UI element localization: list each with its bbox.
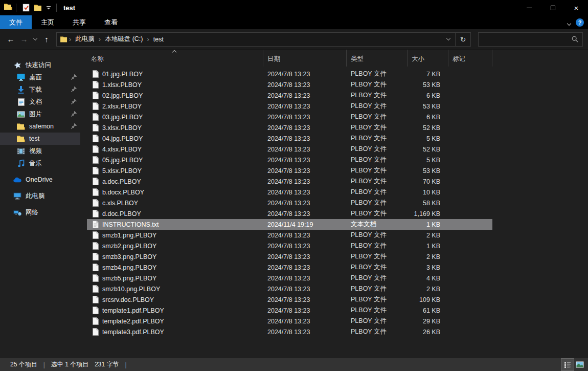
sidebar-item-label: 此电脑 bbox=[26, 192, 45, 201]
file-row-05.jpg.PLBOY[interactable]: 05.jpg.PLBOY2024/7/8 13:23PLBOY 文件5 KB bbox=[87, 155, 492, 165]
file-row-smzb10.png.PLBOY[interactable]: smzb10.png.PLBOY2024/7/8 13:23PLBOY 文件2 … bbox=[87, 283, 492, 294]
file-size: 53 KB bbox=[408, 81, 448, 89]
file-row-smzb2.png.PLBOY[interactable]: smzb2.png.PLBOY2024/7/8 13:23PLBOY 文件1 K… bbox=[87, 241, 492, 251]
file-type: PLBOY 文件 bbox=[347, 328, 408, 336]
file-row-smzb4.png.PLBOY[interactable]: smzb4.png.PLBOY2024/7/8 13:23PLBOY 文件3 K… bbox=[87, 262, 492, 273]
file-size: 70 KB bbox=[408, 178, 448, 185]
sidebar-item-快速访问[interactable]: 快速访问 bbox=[0, 59, 80, 71]
file-date: 2024/7/8 13:23 bbox=[263, 157, 347, 164]
maximize-button[interactable] bbox=[541, 0, 564, 15]
file-row-a.doc.PLBOY[interactable]: a.doc.PLBOY2024/7/8 13:23PLBOY 文件70 KB bbox=[87, 176, 492, 187]
pin-icon bbox=[71, 98, 77, 106]
file-row-1.xlsx.PLBOY[interactable]: 1.xlsx.PLBOY2024/7/8 13:23PLBOY 文件53 KB bbox=[87, 79, 492, 90]
ribbon-tab-文件[interactable]: 文件 bbox=[0, 15, 32, 29]
sidebar-item-test[interactable]: test bbox=[0, 133, 80, 145]
sidebar-item-下载[interactable]: 下载 bbox=[0, 83, 80, 96]
file-icon bbox=[93, 188, 99, 196]
file-row-INSTRUCTIONS.txt[interactable]: INSTRUCTIONS.txt2024/11/4 19:19文本文档1 KB bbox=[87, 219, 492, 230]
sidebar-item-网络[interactable]: 网络 bbox=[0, 206, 80, 219]
file-row-4.xlsx.PLBOY[interactable]: 4.xlsx.PLBOY2024/7/8 13:23PLBOY 文件52 KB bbox=[87, 144, 492, 155]
refresh-button[interactable]: ↻ bbox=[455, 33, 470, 46]
sidebar-item-OneDrive[interactable]: OneDrive bbox=[0, 173, 80, 186]
file-row-smzb1.png.PLBOY[interactable]: smzb1.png.PLBOY2024/7/8 13:23PLBOY 文件2 K… bbox=[87, 230, 492, 241]
details-view-button[interactable] bbox=[561, 359, 574, 370]
file-row-template1.pdf.PLBOY[interactable]: template1.pdf.PLBOY2024/7/8 13:23PLBOY 文… bbox=[87, 305, 492, 316]
forward-button[interactable]: → bbox=[17, 33, 31, 46]
sidebar-item-音乐[interactable]: 音乐 bbox=[0, 157, 80, 169]
breadcrumb-item[interactable]: test bbox=[150, 36, 167, 43]
file-row-02.jpg.PLBOY[interactable]: 02.jpg.PLBOY2024/7/8 13:23PLBOY 文件6 KB bbox=[87, 90, 492, 101]
search-icon[interactable] bbox=[572, 36, 578, 42]
address-dropdown-chevron-icon[interactable] bbox=[442, 33, 455, 46]
sidebar-item-桌面[interactable]: 桌面 bbox=[0, 71, 80, 83]
titlebar-separator bbox=[16, 4, 16, 12]
ribbon-tab-共享[interactable]: 共享 bbox=[63, 15, 95, 29]
file-icon bbox=[93, 92, 99, 99]
file-row-3.xlsx.PLBOY[interactable]: 3.xlsx.PLBOY2024/7/8 13:23PLBOY 文件52 KB bbox=[87, 122, 492, 133]
file-row-smzb3.png.PLBOY[interactable]: smzb3.png.PLBOY2024/7/8 13:23PLBOY 文件2 K… bbox=[87, 251, 492, 262]
large-icons-view-button[interactable] bbox=[574, 359, 586, 370]
file-row-5.xlsx.PLBOY[interactable]: 5.xlsx.PLBOY2024/7/8 13:23PLBOY 文件53 KB bbox=[87, 165, 492, 176]
file-row-template3.pdf.PLBOY[interactable]: template3.pdf.PLBOY2024/7/8 13:23PLBOY 文… bbox=[87, 326, 492, 337]
search-input[interactable] bbox=[479, 36, 572, 43]
file-row-04.jpg.PLBOY[interactable]: 04.jpg.PLBOY2024/7/8 13:23PLBOY 文件5 KB bbox=[87, 133, 492, 144]
sidebar-item-图片[interactable]: 图片 bbox=[0, 108, 80, 120]
column-header-日期[interactable]: 日期 bbox=[263, 50, 347, 67]
back-button[interactable]: ← bbox=[4, 33, 17, 46]
file-type: PLBOY 文件 bbox=[347, 274, 408, 282]
column-header-大小[interactable]: 大小 bbox=[408, 50, 448, 67]
file-row-c.xls.PLBOY[interactable]: c.xls.PLBOY2024/7/8 13:23PLBOY 文件58 KB bbox=[87, 198, 492, 208]
column-header-label: 类型 bbox=[351, 55, 364, 63]
sidebar-item-视频[interactable]: 视频 bbox=[0, 145, 80, 157]
close-button[interactable]: × bbox=[564, 0, 588, 15]
sidebar-item-label: 视频 bbox=[29, 147, 42, 156]
star-icon bbox=[13, 61, 21, 69]
customize-chevron-icon[interactable] bbox=[44, 2, 53, 14]
ribbon-tab-查看[interactable]: 查看 bbox=[95, 15, 127, 29]
expand-ribbon-chevron-icon[interactable] bbox=[568, 18, 571, 27]
file-row-01.jpg.PLBOY[interactable]: 01.jpg.PLBOY2024/7/8 13:23PLBOY 文件7 KB bbox=[87, 69, 492, 79]
ribbon-tab-主页[interactable]: 主页 bbox=[32, 15, 63, 29]
file-date: 2024/7/8 13:23 bbox=[263, 286, 347, 293]
file-row-b.docx.PLBOY[interactable]: b.docx.PLBOY2024/7/8 13:23PLBOY 文件10 KB bbox=[87, 187, 492, 198]
up-button[interactable]: ↑ bbox=[40, 33, 53, 46]
file-row-d.doc.PLBOY[interactable]: d.doc.PLBOY2024/7/8 13:23PLBOY 文件1,169 K… bbox=[87, 208, 492, 219]
column-header-类型[interactable]: 类型 bbox=[347, 50, 408, 67]
sidebar-item-此电脑[interactable]: 此电脑 bbox=[0, 190, 80, 202]
address-bar[interactable]: ›此电脑›本地磁盘 (C:)›test ↻ bbox=[56, 32, 471, 47]
column-header-标记[interactable]: 标记 bbox=[448, 50, 492, 67]
column-header-label: 日期 bbox=[267, 55, 280, 63]
breadcrumb-item[interactable]: 本地磁盘 (C:) bbox=[102, 35, 146, 43]
status-divider: | bbox=[125, 361, 127, 368]
minimize-icon bbox=[527, 8, 532, 8]
file-date: 2024/7/8 13:23 bbox=[263, 114, 347, 121]
help-button[interactable]: ? bbox=[576, 18, 584, 27]
thispc-icon bbox=[13, 192, 21, 200]
file-row-template2.pdf.PLBOY[interactable]: template2.pdf.PLBOY2024/7/8 13:23PLBOY 文… bbox=[87, 316, 492, 326]
file-icon bbox=[93, 145, 99, 153]
folder-icon bbox=[17, 122, 25, 130]
file-row-smzb5.png.PLBOY[interactable]: smzb5.png.PLBOY2024/7/8 13:23PLBOY 文件4 K… bbox=[87, 273, 492, 283]
file-row-2.xlsx.PLBOY[interactable]: 2.xlsx.PLBOY2024/7/8 13:23PLBOY 文件53 KB bbox=[87, 101, 492, 112]
file-icon bbox=[93, 113, 99, 121]
file-list-pane: 名称日期类型大小标记 01.jpg.PLBOY2024/7/8 13:23PLB… bbox=[80, 50, 588, 358]
properties-check-icon[interactable] bbox=[20, 2, 32, 14]
minimize-button[interactable] bbox=[517, 0, 541, 15]
breadcrumb-item[interactable]: 此电脑 bbox=[72, 35, 98, 43]
file-type: PLBOY 文件 bbox=[347, 199, 408, 207]
file-name: template2.pdf.PLBOY bbox=[102, 318, 164, 325]
titlebar-separator bbox=[56, 4, 57, 12]
selection-size: 231 字节 bbox=[95, 360, 119, 369]
file-size: 6 KB bbox=[408, 114, 448, 121]
file-size: 4 KB bbox=[408, 275, 448, 282]
file-row-03.jpg.PLBOY[interactable]: 03.jpg.PLBOY2024/7/8 13:23PLBOY 文件6 KB bbox=[87, 112, 492, 122]
new-folder-icon[interactable] bbox=[32, 2, 44, 14]
file-row-srcsrv.doc.PLBOY[interactable]: srcsrv.doc.PLBOY2024/7/8 13:23PLBOY 文件10… bbox=[87, 294, 492, 305]
sidebar-item-safemon[interactable]: safemon bbox=[0, 120, 80, 133]
file-icon bbox=[93, 253, 99, 260]
recent-locations-chevron-icon[interactable] bbox=[31, 33, 40, 46]
breadcrumb: ›此电脑›本地磁盘 (C:)›test bbox=[68, 35, 442, 43]
sidebar-item-文档[interactable]: 文档 bbox=[0, 96, 80, 108]
textfile-icon bbox=[93, 221, 99, 228]
column-header-名称[interactable]: 名称 bbox=[87, 50, 263, 67]
